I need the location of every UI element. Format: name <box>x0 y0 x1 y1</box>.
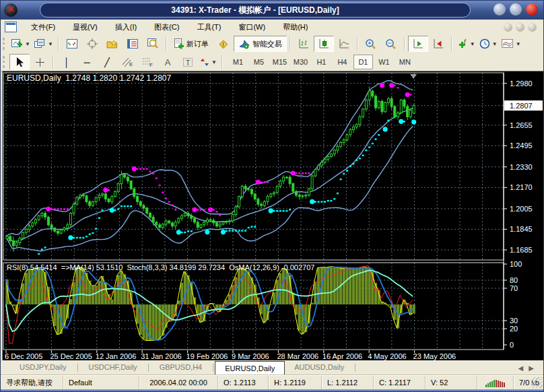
vertical-line-button[interactable]: │ <box>57 54 77 70</box>
toolbar-grip[interactable] <box>3 56 7 68</box>
svg-text:20: 20 <box>510 325 518 333</box>
menu-item-6[interactable]: 帮助(H) <box>274 21 316 33</box>
timeframe-button-w1[interactable]: W1 <box>374 55 394 69</box>
title-bar: ✕ 34391: X-Trader - 模拟帐户 - [EURUSD,Daily… <box>1 1 543 20</box>
svg-text:31 Jan 2006: 31 Jan 2006 <box>141 352 182 360</box>
timeframe-button-d1[interactable]: D1 <box>353 55 373 69</box>
svg-text:80: 80 <box>510 276 518 284</box>
zoom-out-button[interactable] <box>381 36 401 52</box>
auto-scroll-button[interactable] <box>408 36 428 52</box>
tab-separator <box>213 364 213 372</box>
chart-tab-usdjpy[interactable]: USDJPY,Daily <box>10 360 76 375</box>
standard-toolbar: ▼ ▼ 新订单 ! 智能交易 <box>1 34 543 53</box>
mdi-restore-button[interactable] <box>516 23 524 32</box>
templates-icon <box>502 39 514 48</box>
chart-area[interactable]: 1.29801.26551.24951.23301.21701.20051.18… <box>2 71 544 362</box>
profiles-button[interactable]: ▼ <box>32 36 55 52</box>
toolbar-separator <box>166 37 167 51</box>
dropdown-caret-icon: ▼ <box>211 59 217 65</box>
menu-item-4[interactable]: 工具(T) <box>188 21 230 33</box>
toolbar-separator <box>58 37 59 51</box>
new-order-button[interactable]: 新订单 <box>170 36 213 52</box>
text-label-button[interactable]: T <box>178 54 198 70</box>
zoom-in-icon <box>365 38 376 50</box>
indicators-button[interactable]: f ▼ <box>455 36 477 52</box>
timeframe-button-h1[interactable]: H1 <box>312 55 331 69</box>
close-button[interactable] <box>526 3 538 15</box>
terminal-button[interactable] <box>123 36 143 52</box>
timeframe-button-m1[interactable]: M1 <box>228 55 248 69</box>
clock-icon <box>479 38 490 49</box>
chart-shift-button[interactable] <box>428 36 448 52</box>
zoom-in-button[interactable] <box>361 36 381 52</box>
svg-text:f: f <box>464 38 467 45</box>
chart-shift-icon <box>433 38 444 49</box>
toolbar-grip[interactable] <box>3 38 7 50</box>
chart-tab-audusd[interactable]: AUDUSD,Daily <box>285 360 353 375</box>
maximize-button[interactable] <box>510 3 522 15</box>
history-center-button[interactable] <box>102 36 123 52</box>
crosshair-button[interactable] <box>30 54 50 70</box>
chart-tab-gbpusd[interactable]: GBPUSD,H4 <box>150 360 212 375</box>
navigator-button[interactable] <box>82 36 102 52</box>
resize-grip[interactable] <box>532 377 543 388</box>
menu-item-0[interactable]: 文件(F) <box>22 21 64 33</box>
svg-text:1.2330: 1.2330 <box>510 163 533 171</box>
svg-text:!: ! <box>222 41 224 48</box>
chart-tab-eurusd[interactable]: EURUSD,Daily <box>215 361 285 375</box>
market-watch-button[interactable] <box>62 36 82 52</box>
templates-button[interactable]: ▼ <box>500 36 523 52</box>
tab-separator <box>77 364 78 372</box>
status-bar: 寻求帮助,请按 Default 2006.04.02 00:00 O: 1.21… <box>1 375 543 390</box>
arrows-button[interactable]: ▼ <box>198 54 219 70</box>
svg-text:0: 0 <box>510 341 514 349</box>
tab-scroll-right-icon[interactable]: ▶ <box>529 364 534 372</box>
chart-canvas[interactable]: 1.29801.26551.24951.23301.21701.20051.18… <box>3 71 544 362</box>
svg-text:16 Apr 2006: 16 Apr 2006 <box>322 352 362 360</box>
toolbar-separator <box>451 37 452 51</box>
status-bar-time: 2006.04.02 00:00 <box>139 376 218 390</box>
minimize-button[interactable] <box>494 3 506 15</box>
status-volume: V: 52 <box>426 376 477 390</box>
connection-status <box>477 376 514 390</box>
bar-chart-mode-button[interactable] <box>294 36 314 52</box>
text-label-icon: T <box>182 57 193 67</box>
cursor-button[interactable] <box>9 54 30 70</box>
svg-text:1.2495: 1.2495 <box>510 141 533 150</box>
timeframe-button-m5[interactable]: M5 <box>249 55 269 69</box>
text-button[interactable]: A <box>158 54 178 70</box>
menu-item-3[interactable]: 图表(C) <box>145 21 188 33</box>
timeframe-button-m15[interactable]: M15 <box>270 55 290 69</box>
timeframe-button-h4[interactable]: H4 <box>333 55 352 69</box>
tab-scroll-left-icon[interactable]: ◀ <box>518 364 524 372</box>
menu-bar: 文件(F)显视(V)插入(I)图表(C)工具(T)窗口(W)帮助(H) <box>1 20 543 35</box>
window-menu-icon[interactable]: ✕ <box>4 3 18 17</box>
menu-item-5[interactable]: 窗口(W) <box>230 21 274 33</box>
trendline-button[interactable]: ╱ <box>97 54 117 70</box>
timeframe-button-m30[interactable]: M30 <box>291 55 310 69</box>
chart-tab-usdchf[interactable]: USDCHF,Daily <box>79 360 147 375</box>
mdi-minimize-button[interactable] <box>504 23 512 32</box>
mdi-close-button[interactable] <box>528 23 537 32</box>
expert-advisors-button[interactable]: 智能交易 <box>234 36 287 52</box>
new-chart-button[interactable]: ▼ <box>9 36 32 52</box>
alerts-button[interactable]: ! <box>213 36 234 52</box>
svg-text:30: 30 <box>510 317 518 325</box>
horizontal-line-button[interactable]: ─ <box>77 54 97 70</box>
dropdown-caret-icon: ▼ <box>516 41 521 47</box>
candlestick-mode-button[interactable] <box>314 36 334 52</box>
periods-button[interactable]: ▼ <box>477 36 500 52</box>
svg-text:1.2807: 1.2807 <box>510 102 533 110</box>
timeframe-button-mn[interactable]: MN <box>395 55 415 69</box>
indicator-header: RSI(8) 54.5414 =>MA(14) 53.1510 Stoch(8,… <box>7 263 314 271</box>
fibonacci-button[interactable]: F <box>137 54 158 70</box>
strategy-tester-button[interactable] <box>143 36 163 52</box>
toolbar-separator <box>53 55 54 69</box>
vertical-line-icon: │ <box>64 58 69 67</box>
menu-item-1[interactable]: 显视(V) <box>64 21 106 33</box>
menu-item-2[interactable]: 插入(I) <box>106 21 145 33</box>
equidistant-channel-button[interactable]: E <box>117 54 137 70</box>
line-chart-mode-button[interactable] <box>334 36 354 52</box>
tab-separator <box>355 364 355 372</box>
cursor-arrow-icon <box>15 57 24 67</box>
